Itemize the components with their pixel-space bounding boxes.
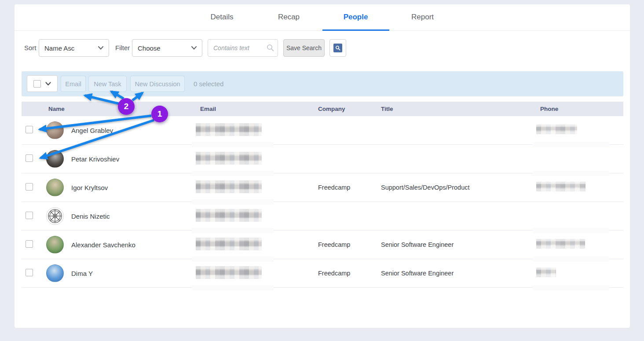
selected-count: 0 selected	[194, 71, 223, 96]
table-row: Denis Nizetic	[22, 202, 623, 231]
person-name: Denis Nizetic	[71, 213, 110, 220]
chevron-down-icon	[98, 46, 103, 50]
page: Details Recap People Report Sort Name As…	[0, 0, 644, 341]
row-checkbox[interactable]	[26, 240, 33, 248]
company-cell: Freedcamp	[310, 270, 374, 277]
person-name: Angel Grablev	[71, 127, 113, 134]
person-name: Petar Krivoshiev	[71, 155, 119, 163]
title-cell: Support/Sales/DevOps/Product	[374, 184, 532, 191]
blur-band	[533, 171, 609, 176]
redacted-email	[196, 152, 262, 165]
table-row: Alexander Savchenko Freedcamp Senior Sof…	[22, 231, 623, 259]
table-header-row: Name Email Company Title Phone	[22, 102, 623, 116]
redacted-email	[196, 209, 262, 222]
blur-band	[192, 199, 274, 205]
avatar	[46, 179, 64, 196]
redacted-phone	[536, 268, 556, 277]
redacted-email	[196, 180, 262, 193]
search-icon	[267, 44, 274, 51]
tab-recap[interactable]: Recap	[256, 4, 322, 31]
table-row: Angel Grablev	[22, 116, 623, 145]
filter-label: Filter	[115, 39, 130, 57]
header-phone: Phone	[532, 106, 623, 112]
new-discussion-button[interactable]: New Discussion	[130, 76, 185, 92]
blur-band	[533, 228, 609, 233]
email-button[interactable]: Email	[61, 76, 86, 92]
chevron-down-icon	[191, 46, 197, 50]
sort-select-value: Name Asc	[44, 44, 74, 52]
filter-select[interactable]: Choose	[132, 39, 202, 57]
filter-select-value: Choose	[138, 44, 161, 52]
row-checkbox[interactable]	[26, 126, 33, 133]
redacted-email	[196, 123, 262, 136]
tab-details[interactable]: Details	[189, 4, 256, 31]
blur-band	[192, 228, 274, 233]
content-card: Details Recap People Report Sort Name As…	[15, 4, 630, 328]
select-all-dropdown[interactable]	[27, 75, 58, 92]
redacted-phone	[536, 125, 577, 134]
blur-band	[533, 142, 609, 147]
avatar	[46, 121, 64, 139]
tab-report[interactable]: Report	[389, 4, 456, 31]
saved-search-icon	[333, 44, 342, 52]
blur-band	[533, 257, 609, 262]
title-cell: Senior Software Engineer	[374, 270, 532, 277]
wheel-avatar-drawing	[47, 208, 63, 224]
blur-band	[192, 257, 274, 262]
avatar	[46, 150, 64, 168]
search-box	[208, 39, 278, 57]
saved-searches-button[interactable]	[329, 39, 346, 57]
blur-band	[192, 142, 274, 147]
avatar	[46, 264, 64, 282]
blur-band	[533, 285, 609, 290]
tab-people[interactable]: People	[322, 4, 389, 31]
table-row: Igor Kryltsov Freedcamp Support/Sales/De…	[22, 173, 623, 202]
person-name: Igor Kryltsov	[71, 184, 108, 191]
redacted-email	[196, 266, 262, 279]
row-checkbox[interactable]	[26, 269, 33, 276]
avatar	[46, 236, 64, 253]
sort-label: Sort	[24, 39, 37, 57]
redacted-email	[196, 238, 262, 250]
redacted-phone	[536, 239, 585, 249]
row-checkbox[interactable]	[26, 183, 33, 191]
company-cell: Freedcamp	[310, 241, 374, 248]
header-name: Name	[40, 106, 196, 112]
new-task-button[interactable]: New Task	[88, 76, 127, 92]
blur-band	[192, 285, 274, 290]
sort-select[interactable]: Name Asc	[39, 39, 109, 57]
row-checkbox[interactable]	[26, 154, 33, 162]
header-email: Email	[196, 106, 310, 112]
row-checkbox[interactable]	[26, 212, 33, 219]
bulk-action-bar: Email New Task New Discussion 0 selected	[22, 71, 623, 96]
person-name: Alexander Savchenko	[71, 241, 135, 249]
header-title: Title	[374, 106, 532, 112]
table-row: Dima Y Freedcamp Senior Software Enginee…	[22, 259, 623, 288]
save-search-button[interactable]: Save Search	[283, 39, 325, 57]
person-name: Dima Y	[71, 270, 93, 277]
chevron-down-icon	[45, 82, 51, 86]
blur-band	[192, 171, 274, 176]
tab-bar: Details Recap People Report	[15, 4, 630, 31]
redacted-phone	[536, 182, 585, 191]
title-cell: Senior Software Engineer	[374, 241, 532, 248]
company-cell: Freedcamp	[310, 184, 374, 191]
table-row: Petar Krivoshiev	[22, 145, 623, 173]
avatar	[46, 207, 64, 225]
header-company: Company	[310, 106, 374, 112]
filter-toolbar: Sort Name Asc Filter Choose Save Search	[15, 39, 630, 57]
select-all-checkbox[interactable]	[33, 80, 41, 88]
